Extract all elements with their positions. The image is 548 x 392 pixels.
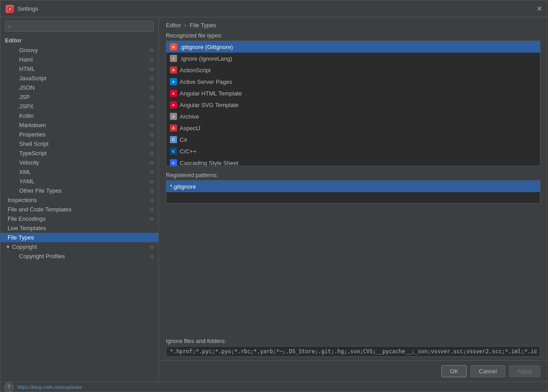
list-item[interactable]: A ActionScript [166, 64, 540, 76]
recognized-label: Recognized file types: [166, 32, 540, 39]
sidebar-item-jsp[interactable]: JSP ⧉ [0, 92, 158, 102]
copy-icon: ⧉ [150, 57, 154, 63]
list-item[interactable]: Z Archive [166, 111, 540, 122]
registered-label: Registered patterns: [166, 172, 540, 178]
sidebar-item-shell-script[interactable]: Shell Script ⧉ [0, 139, 158, 149]
sidebar-item-velocity[interactable]: Velocity ⧉ [0, 158, 158, 167]
sidebar-item-copyright-profiles[interactable]: Copyright Profiles ⧉ [0, 252, 158, 261]
sidebar-item-typescript[interactable]: TypeScript ⧉ [0, 149, 158, 158]
copy-icon: ⧉ [150, 253, 154, 260]
copy-icon: ⧉ [150, 150, 154, 157]
dialog-title: Settings [17, 5, 38, 12]
list-item[interactable]: A Angular SVG Template [166, 99, 540, 111]
spacer [159, 203, 548, 334]
actionscript-icon: A [170, 66, 177, 74]
sidebar-item-other-file-types[interactable]: Other File Types ⧉ [0, 186, 158, 195]
copy-icon: ⧉ [150, 122, 154, 128]
copy-icon: ⧉ [150, 113, 154, 119]
sidebar-item-xml[interactable]: XML ⧉ [0, 167, 158, 177]
cancel-button[interactable]: Cancel [470, 365, 505, 377]
copy-icon: ⧉ [150, 47, 154, 54]
search-wrap: ⌕ [5, 21, 154, 32]
file-types-list-container: G .gitignore (GitIgnore) I .ignore (Igno… [166, 41, 540, 166]
sidebar-item-yaml[interactable]: YAML ⧉ [0, 177, 158, 186]
settings-dialog: J Settings ✕ ⌕ Editor Groovy ⧉ [0, 0, 548, 392]
file-types-list[interactable]: G .gitignore (GitIgnore) I .ignore (Igno… [166, 41, 540, 166]
list-item[interactable]: C Cascading Style Sheet [166, 157, 540, 166]
patterns-list[interactable]: *.gitignore [166, 181, 540, 203]
sidebar-item-groovy[interactable]: Groovy ⧉ [0, 45, 158, 55]
copy-icon: ⧉ [150, 141, 154, 147]
copy-icon: ⧉ [150, 244, 154, 250]
collapse-arrow-icon: ▼ [6, 244, 10, 249]
patterns-list-container: *.gitignore [166, 180, 540, 203]
sidebar-item-copyright-group[interactable]: ▼ Copyright ⧉ [0, 242, 158, 252]
close-button[interactable]: ✕ [536, 5, 542, 12]
cpp-icon: C [170, 148, 177, 155]
breadcrumb-parent: Editor [166, 22, 181, 29]
copy-icon: ⧉ [150, 75, 154, 82]
sidebar-item-file-and-code-templates[interactable]: File and Code Templates ⧉ [0, 205, 158, 214]
ignore-input[interactable] [166, 346, 540, 357]
sidebar-item-live-templates[interactable]: Live Templates [0, 223, 158, 233]
right-panel: Editor › File Types Recognized file type… [159, 17, 548, 382]
csharp-icon: C [170, 136, 177, 143]
sidebar-item-javascript[interactable]: JavaScript ⧉ [0, 74, 158, 83]
patterns-section: Registered patterns: [159, 172, 548, 180]
copy-icon: ⧉ [150, 94, 154, 100]
recognized-section: Recognized file types: [159, 32, 548, 41]
list-item[interactable]: I .ignore (IgnoreLang) [166, 53, 540, 64]
list-item[interactable]: A Angular HTML Template [166, 87, 540, 99]
list-item[interactable]: A Active Server Pages [166, 76, 540, 87]
status-bar: ? https://blog.csdn.net/zyplanke [0, 382, 548, 392]
sidebar-item-jspx[interactable]: JSPX ⧉ [0, 102, 158, 111]
copy-icon: ⧉ [150, 169, 154, 175]
copy-icon: ⧉ [150, 188, 154, 194]
search-box: ⌕ [0, 17, 158, 35]
ignore-section: Ignore files and folders: [159, 334, 548, 360]
sidebar-item-markdown[interactable]: Markdown ⧉ [0, 120, 158, 130]
list-item[interactable]: A AspectJ [166, 122, 540, 134]
list-item[interactable]: C C# [166, 134, 540, 145]
sidebar-item-properties[interactable]: Properties ⧉ [0, 130, 158, 139]
search-input[interactable] [5, 21, 154, 32]
breadcrumb-separator: › [185, 22, 186, 29]
sidebar-item-file-encodings[interactable]: File Encodings ⧉ [0, 214, 158, 223]
gitignore-icon: G [170, 43, 177, 50]
sidebar: ⌕ Editor Groovy ⧉ Haml ⧉ HTML ⧉ [0, 17, 159, 382]
pattern-item[interactable]: *.gitignore [166, 181, 540, 192]
ignore-icon: I [170, 55, 177, 62]
sidebar-item-html[interactable]: HTML ⧉ [0, 64, 158, 74]
sidebar-item-file-types[interactable]: File Types [0, 233, 158, 242]
sidebar-item-kotlin[interactable]: Kotlin ⧉ [0, 111, 158, 120]
copy-icon: ⧉ [150, 206, 154, 213]
copy-icon: ⧉ [150, 178, 154, 185]
editor-section: Editor [0, 35, 158, 45]
patterns-container: *.gitignore + − ✎ [159, 180, 548, 203]
bottom-bar: OK Cancel Apply [159, 360, 548, 382]
list-item[interactable]: G .gitignore (GitIgnore) [166, 41, 540, 53]
help-button[interactable]: ? [4, 382, 14, 392]
sidebar-tree: Editor Groovy ⧉ Haml ⧉ HTML ⧉ JavaScript… [0, 35, 158, 382]
aspectj-icon: A [170, 124, 177, 132]
apply-button[interactable]: Apply [509, 365, 540, 377]
sidebar-item-haml[interactable]: Haml ⧉ [0, 55, 158, 64]
css-icon: C [170, 159, 177, 166]
ok-button[interactable]: OK [441, 365, 467, 377]
list-item[interactable]: C C/C++ [166, 145, 540, 157]
copy-icon: ⧉ [150, 197, 154, 203]
copy-icon: ⧉ [150, 160, 154, 166]
angular-icon: A [170, 90, 177, 97]
svg-text:J: J [9, 7, 11, 11]
title-bar: J Settings ✕ [0, 0, 548, 17]
angular-svg-icon: A [170, 101, 177, 108]
sidebar-item-json[interactable]: JSON ⧉ [0, 83, 158, 92]
sidebar-item-inspections[interactable]: Inspections ⧉ [0, 195, 158, 205]
main-content: ⌕ Editor Groovy ⧉ Haml ⧉ HTML ⧉ [0, 17, 548, 382]
search-icon: ⌕ [8, 23, 11, 29]
breadcrumb: Editor › File Types [159, 17, 548, 32]
copy-icon: ⧉ [150, 66, 154, 72]
file-types-container: G .gitignore (GitIgnore) I .ignore (Igno… [159, 41, 548, 166]
status-link: https://blog.csdn.net/zyplanke [17, 384, 82, 390]
asp-icon: A [170, 78, 177, 85]
